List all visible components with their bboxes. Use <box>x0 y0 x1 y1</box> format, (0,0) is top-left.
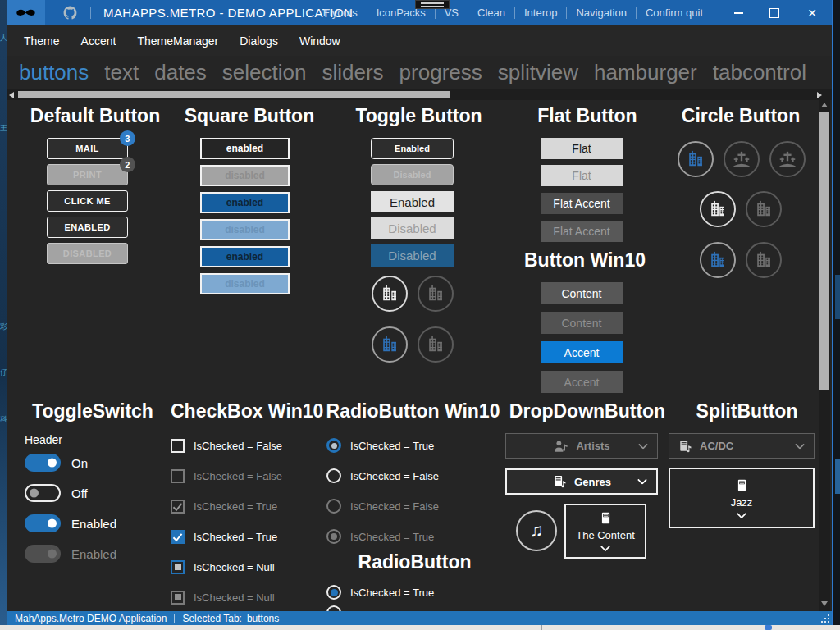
command-confirm-quit[interactable]: Confirm quit <box>637 7 712 19</box>
tab-splitview[interactable]: splitview <box>498 60 578 85</box>
toggle-button-disabled-3[interactable]: Disabled <box>371 244 454 267</box>
checkbox-null-disabled[interactable]: IsChecked = Null <box>171 589 275 605</box>
vertical-scrollbar[interactable] <box>819 100 830 611</box>
minimize-button[interactable] <box>720 0 756 25</box>
toggle-circle-button-city-blue[interactable] <box>372 326 408 363</box>
command-navigation[interactable]: Navigation <box>567 7 635 19</box>
toggle-pill-on[interactable] <box>25 514 61 532</box>
tab-tabcontrol[interactable]: tabcontrol <box>713 60 806 85</box>
toggle-pill-off[interactable] <box>25 484 61 502</box>
circle-button-city-disabled-2[interactable] <box>746 242 782 278</box>
desktop-bottom-strip <box>0 625 840 630</box>
square-button-enabled-3[interactable]: enabled <box>200 246 290 267</box>
toggleswitch-label: On <box>71 456 88 470</box>
circle-button-city-disabled-1[interactable] <box>746 191 782 227</box>
scroll-up-icon[interactable] <box>821 103 828 107</box>
toggle-pill-disabled[interactable] <box>25 545 61 563</box>
circle-button-city-blue-1[interactable] <box>678 141 714 177</box>
jazz-split-button[interactable]: Jazz <box>669 468 815 528</box>
menu-dialogs[interactable]: Dialogs <box>240 34 278 48</box>
scroll-down-icon[interactable] <box>821 601 828 606</box>
disabled-button[interactable]: DISABLED <box>47 243 128 264</box>
radio-false-disabled[interactable]: IsChecked = False <box>326 498 439 514</box>
circle-button-city-white[interactable] <box>700 191 736 227</box>
tab-sliders[interactable]: sliders <box>322 60 383 85</box>
checkbox-false-enabled[interactable]: IsChecked = False <box>171 437 282 454</box>
win10-content-button-disabled[interactable]: Content <box>541 312 623 334</box>
toggle-knob <box>48 459 57 468</box>
win10-accent-button-disabled[interactable]: Accent <box>541 371 623 393</box>
tab-progress[interactable]: progress <box>399 60 482 85</box>
tab-text[interactable]: text <box>104 60 139 85</box>
square-button-disabled-2[interactable]: disabled <box>200 219 290 240</box>
radio-icon <box>326 438 341 453</box>
flat-button-enabled[interactable]: Flat <box>541 138 623 159</box>
close-button[interactable]: ✕ <box>794 0 830 25</box>
toggle-button-disabled-1[interactable]: Disabled <box>371 164 454 185</box>
command-interop[interactable]: Interop <box>515 7 566 19</box>
the-content-dropdown-button[interactable]: The Content <box>564 504 646 559</box>
toggleswitch-disabled[interactable]: Enabled <box>25 545 116 563</box>
radio-plain-true[interactable]: IsChecked = True <box>326 584 434 600</box>
toggle-button-enabled-1[interactable]: Enabled <box>371 138 454 159</box>
square-button-disabled-1[interactable]: disabled <box>200 165 290 186</box>
checkbox-true-enabled[interactable]: IsChecked = True <box>171 528 277 545</box>
acdc-split-button[interactable]: AC/DC <box>669 433 815 459</box>
toggleswitch-enabled[interactable]: Enabled <box>25 514 116 532</box>
maximize-button[interactable] <box>756 0 792 25</box>
toggle-button-disabled-2[interactable]: Disabled <box>371 217 454 239</box>
flat-accent-button-enabled[interactable]: Flat Accent <box>541 193 623 214</box>
win10-accent-button-enabled[interactable]: Accent <box>541 341 623 363</box>
win10-content-button-enabled[interactable]: Content <box>541 282 623 304</box>
radio-false-enabled[interactable]: IsChecked = False <box>326 468 439 484</box>
checkbox-false-disabled[interactable]: IsChecked = False <box>171 468 282 484</box>
vertical-scroll-thumb[interactable] <box>819 112 829 390</box>
command-clean[interactable]: Clean <box>468 7 514 19</box>
toggleswitch-off[interactable]: Off <box>25 484 88 502</box>
app-logo-button[interactable] <box>7 0 45 25</box>
section-title-button-win10: Button Win10 <box>519 249 651 272</box>
resize-grip[interactable] <box>819 613 830 623</box>
square-button-disabled-3[interactable]: disabled <box>200 273 290 294</box>
tab-hamburger[interactable]: hamburger <box>594 60 697 85</box>
horizontal-scroll-thumb[interactable] <box>18 91 450 98</box>
horizontal-scrollbar[interactable] <box>7 89 832 100</box>
tab-dates[interactable]: dates <box>154 60 207 85</box>
menu-thememanager[interactable]: ThemeManager <box>137 34 218 48</box>
circle-button-city-blue-2[interactable] <box>700 242 736 278</box>
checkbox-null-enabled[interactable]: IsChecked = Null <box>171 559 275 575</box>
toggle-button-enabled-2[interactable]: Enabled <box>371 191 454 212</box>
graveyard-crosses-icon <box>733 150 751 168</box>
checkbox-label: IsChecked = Null <box>194 591 275 604</box>
toggle-circle-button-city-white[interactable] <box>372 276 408 312</box>
artists-dropdown-button[interactable]: Artists <box>505 433 658 459</box>
menu-accent[interactable]: Accent <box>81 34 116 48</box>
flat-accent-button-disabled[interactable]: Flat Accent <box>541 221 623 242</box>
toggle-circle-button-city-disabled-1[interactable] <box>418 276 454 312</box>
radio-true-disabled[interactable]: IsChecked = True <box>326 528 434 545</box>
scroll-right-icon[interactable] <box>817 92 822 98</box>
square-button-enabled-2[interactable]: enabled <box>200 192 290 213</box>
music-circle-button[interactable]: ♫ <box>516 510 557 551</box>
mail-button[interactable]: MAIL 3 <box>47 138 128 159</box>
square-button-enabled-1[interactable]: enabled <box>200 138 290 159</box>
genres-dropdown-button[interactable]: Genres <box>505 468 658 495</box>
checkbox-true-disabled[interactable]: IsChecked = True <box>171 498 277 514</box>
menu-theme[interactable]: Theme <box>24 34 60 48</box>
print-button[interactable]: PRINT 2 <box>47 164 128 185</box>
toggleswitch-on[interactable]: On <box>25 454 88 472</box>
click-me-button[interactable]: CLICK ME <box>47 190 128 212</box>
toggle-circle-button-city-disabled-2[interactable] <box>418 326 454 363</box>
circle-button-graveyard-2[interactable] <box>769 141 806 177</box>
toggle-pill-on[interactable] <box>25 454 61 472</box>
tab-selection[interactable]: selection <box>222 60 307 85</box>
menu-window[interactable]: Window <box>299 34 340 48</box>
scroll-left-icon[interactable] <box>9 92 14 98</box>
github-octocat-icon[interactable] <box>62 5 78 21</box>
tab-buttons[interactable]: buttons <box>19 60 89 85</box>
flat-button-disabled[interactable]: Flat <box>541 165 623 186</box>
radio-true-enabled[interactable]: IsChecked = True <box>326 437 434 454</box>
command-flyouts[interactable]: Flyouts <box>314 7 367 19</box>
circle-button-graveyard-1[interactable] <box>724 141 760 177</box>
enabled-button[interactable]: ENABLED <box>47 217 128 238</box>
